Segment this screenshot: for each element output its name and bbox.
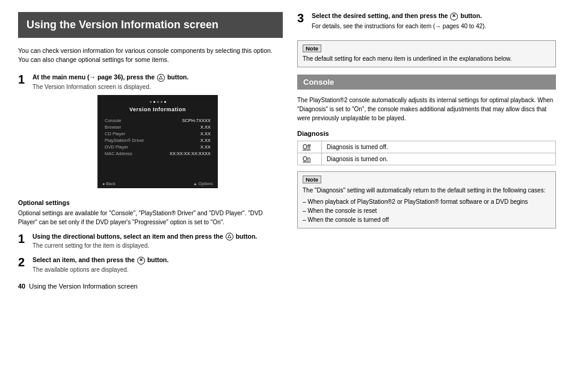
note-1-text: The default setting for each menu item i…: [303, 55, 551, 63]
step-3-number: 3: [297, 12, 307, 35]
browser-value: X.XX: [200, 124, 211, 130]
step-1b-sub: The current setting for the item is disp…: [32, 242, 283, 249]
dot-3: [157, 101, 159, 103]
step-2-heading: Select an item, and then press the ✕ but…: [32, 256, 283, 265]
note-2-bullet-1: When playback of PlayStation®2 or PlaySt…: [303, 197, 551, 206]
screenshot-title: Version Information: [102, 106, 213, 112]
diag-off-description: Diagnosis is turned off.: [322, 141, 556, 153]
note-2-bullet-3: When the console is turned off: [303, 215, 551, 224]
step-1b-heading: Using the directional buttons, select an…: [32, 233, 283, 241]
options-label: ▲ Options: [193, 182, 213, 186]
diag-off-option: Off: [298, 141, 322, 153]
optional-settings-text: Optional settings are available for "Con…: [18, 209, 283, 227]
screenshot-row-ps-driver: PlayStation® Driver X.XX: [102, 137, 213, 144]
screenshot-row-cd: CD Player X.XX: [102, 130, 213, 137]
page-title: Using the Version Information screen: [26, 18, 274, 32]
step-3-heading: Select the desired setting, and then pre…: [312, 12, 556, 20]
note-2-label: Note: [303, 176, 321, 183]
screenshot-row-browser: Browser X.XX: [102, 124, 213, 130]
title-box: Using the Version Information screen: [18, 12, 283, 38]
mac-label: MAC Address: [105, 151, 132, 156]
diag-row-off: Off Diagnosis is turned off.: [298, 141, 556, 153]
screenshot-footer: ● Back ▲ Options: [97, 182, 218, 186]
console-intro: The PlayStation®2 console automatically …: [297, 96, 556, 123]
screenshot-row-dvd: DVD Player X.XX: [102, 144, 213, 150]
ps-driver-value: X.XX: [200, 138, 211, 143]
console-label: Console: [105, 118, 122, 123]
step-3-sub: For details, see the instructions for ea…: [312, 23, 556, 29]
optional-settings-heading: Optional settings: [18, 199, 283, 206]
step-2: 2 Select an item, and then press the ✕ b…: [18, 256, 283, 275]
mac-value: XX:XX:XX:XX:XXXX: [170, 151, 211, 156]
step-2-number: 2: [18, 256, 28, 275]
diagnosis-table: Off Diagnosis is turned off. On Diagnosi…: [297, 141, 556, 165]
dvd-value: X.XX: [200, 144, 211, 150]
left-column: Using the Version Information screen You…: [18, 12, 283, 380]
right-column: 3 Select the desired setting, and then p…: [297, 12, 556, 380]
step-3-end: button.: [458, 12, 481, 19]
step-2-sub: The available options are displayed.: [32, 266, 283, 273]
screenshot-row-mac: MAC Address XX:XX:XX:XX:XXXX: [102, 150, 213, 157]
note-1-box: Note The default setting for each menu i…: [297, 40, 556, 67]
dot-1: [150, 101, 152, 103]
step-1-main-content: At the main menu (→ page 36), press the …: [32, 73, 283, 193]
step-2-content: Select an item, and then press the ✕ but…: [32, 256, 283, 275]
dot-4: [161, 101, 162, 103]
screenshot-inner: Version Information Console SCPH-7XXXX B…: [97, 95, 218, 188]
step-1b-content: Using the directional buttons, select an…: [32, 233, 283, 252]
cd-value: X.XX: [200, 131, 211, 136]
step-2-text: Select an item, and then press the: [32, 256, 137, 263]
screenshot-dots: [102, 101, 213, 103]
step-1b-number: 1: [18, 233, 28, 252]
note-2-box: Note The "Diagnosis" setting will automa…: [297, 171, 556, 228]
page-number: 40: [18, 283, 25, 290]
note-2-list: When playback of PlayStation®2 or PlaySt…: [303, 197, 551, 224]
diag-on-option: On: [298, 153, 322, 165]
back-label: ● Back: [102, 182, 116, 186]
page-footer: 40 Using the Version Information screen: [18, 283, 283, 290]
screenshot-row-console: Console SCPH-7XXXX: [102, 117, 213, 124]
screenshot-table: Console SCPH-7XXXX Browser X.XX CD Playe…: [102, 117, 213, 157]
diag-row-on: On Diagnosis is turned on.: [298, 153, 556, 165]
cross-button-1-icon: ✕: [137, 257, 145, 265]
step-1-main: 1 At the main menu (→ page 36), press th…: [18, 73, 283, 193]
cd-label: CD Player: [105, 131, 125, 136]
version-info-screenshot: Version Information Console SCPH-7XXXX B…: [97, 95, 218, 188]
page-footer-text: Using the Version Information screen: [29, 283, 137, 290]
step-1-main-number: 1: [18, 73, 28, 193]
step-1-main-end: button.: [165, 73, 188, 81]
step-1-main-sub: The Version Information screen is displa…: [32, 84, 283, 90]
step-3-content: Select the desired setting, and then pre…: [312, 12, 556, 35]
diag-on-description: Diagnosis is turned on.: [322, 153, 556, 165]
step-3: 3 Select the desired setting, and then p…: [297, 12, 556, 35]
dot-2: [153, 101, 155, 103]
dvd-label: DVD Player: [105, 144, 128, 150]
intro-text: You can check version information for va…: [18, 46, 283, 66]
step-1-main-heading: At the main menu (→ page 36), press the …: [32, 73, 283, 82]
dot-5: [164, 101, 166, 103]
step-1b-end: button.: [234, 233, 257, 240]
console-value: SCPH-7XXXX: [182, 118, 211, 123]
cross-button-2-icon: ✕: [450, 13, 458, 20]
note-2-intro: The "Diagnosis" setting will automatical…: [303, 186, 551, 195]
step-3-text: Select the desired setting, and then pre…: [312, 12, 449, 19]
step-1b: 1 Using the directional buttons, select …: [18, 233, 283, 252]
note-2-bullet-2: When the console is reset: [303, 206, 551, 215]
console-section-title: Console: [297, 75, 556, 90]
ps-driver-label: PlayStation® Driver: [105, 138, 144, 143]
step-1-main-text: At the main menu (→ page 36), press the: [32, 73, 156, 81]
diagnosis-heading: Diagnosis: [297, 130, 556, 137]
browser-label: Browser: [105, 124, 122, 130]
triangle-button-icon: △: [157, 74, 165, 82]
triangle-button-2-icon: △: [226, 233, 233, 240]
note-1-label: Note: [303, 44, 321, 52]
page: Using the Version Information screen You…: [0, 0, 574, 392]
step-2-end: button.: [146, 256, 168, 263]
step-1b-text: Using the directional buttons, select an…: [32, 233, 225, 240]
